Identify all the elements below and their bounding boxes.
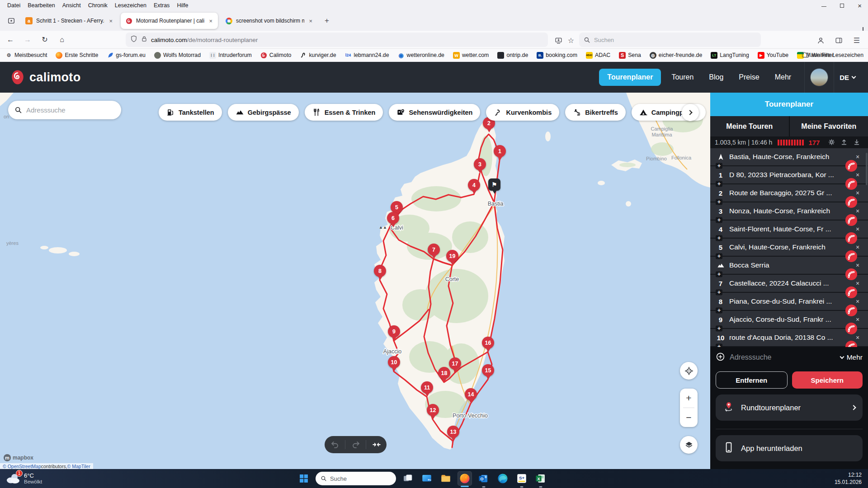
save-button[interactable]: Speichern bbox=[792, 371, 863, 389]
chips-scroll-right-button[interactable] bbox=[682, 104, 699, 121]
bookmark-ontrip-de[interactable]: ontrip.de bbox=[497, 52, 528, 59]
map-address-search[interactable] bbox=[8, 101, 121, 119]
chip-sights[interactable]: Sehenswürdigkeiten bbox=[389, 104, 480, 121]
taskbar-search-input[interactable] bbox=[330, 475, 384, 482]
tab-close-icon[interactable]: × bbox=[208, 18, 213, 24]
save-page-icon[interactable] bbox=[552, 34, 564, 46]
osm-link[interactable]: © OpenStreetMap bbox=[3, 464, 41, 469]
map-marker-14[interactable]: 14 bbox=[465, 388, 477, 400]
curvy-segment-badge[interactable] bbox=[845, 250, 857, 262]
minimize-button[interactable] bbox=[821, 4, 826, 7]
insert-waypoint-button[interactable]: + bbox=[716, 290, 722, 296]
menu-datei[interactable]: Datei bbox=[4, 0, 24, 11]
bookmark-booking-com[interactable]: B.booking.com bbox=[537, 52, 577, 59]
map-address-input[interactable] bbox=[26, 106, 108, 114]
remove-waypoint-icon[interactable]: × bbox=[852, 189, 863, 197]
curvy-segment-badge[interactable] bbox=[845, 232, 857, 244]
waypoint-row-10[interactable]: 10route d'Acqua Doria, 20138 Co ...× bbox=[710, 329, 868, 346]
insert-waypoint-button[interactable]: + bbox=[716, 326, 722, 332]
browser-tab-1[interactable]: aSchritt 1 - Strecken - AFerry.de× bbox=[21, 13, 118, 29]
bookmark-wetteronline-de[interactable]: ◉wetteronline.de bbox=[398, 52, 444, 59]
chip-food[interactable]: Essen & Trinken bbox=[305, 104, 383, 121]
curvy-segment-badge[interactable] bbox=[845, 214, 857, 226]
forward-button[interactable]: → bbox=[21, 33, 34, 47]
bookmark-erste-schritte[interactable]: Erste Schritte bbox=[56, 52, 98, 59]
menu-hamburger-icon[interactable]: ☰ bbox=[851, 34, 863, 46]
insert-waypoint-button[interactable]: + bbox=[716, 344, 722, 347]
map-marker-11[interactable]: 11 bbox=[421, 381, 433, 394]
map-marker-9[interactable]: 9 bbox=[388, 325, 400, 338]
remove-waypoint-icon[interactable]: × bbox=[852, 225, 863, 233]
menu-ansicht[interactable]: Ansicht bbox=[59, 0, 85, 11]
waypoint-row-9[interactable]: 9Ajaccio, Corse-du-Sud, Frankr ...× bbox=[710, 311, 868, 328]
waypoint-row-2[interactable]: 2Route de Barcaggio, 20275 Gr ...× bbox=[710, 184, 868, 202]
waypoint-row-8[interactable]: 8Piana, Corse-du-Sud, Frankrei ...× bbox=[710, 293, 868, 310]
curvy-segment-badge[interactable] bbox=[845, 305, 857, 316]
browser-tab-3[interactable]: screenshot vom bildschirm mac× bbox=[221, 13, 318, 29]
remove-button[interactable]: Entfernen bbox=[716, 371, 788, 389]
map-marker-1[interactable]: 1 bbox=[494, 145, 506, 157]
list-scrollbar[interactable] bbox=[866, 153, 868, 185]
taskbar-weather-widget[interactable]: 1 6°C Bewölkt bbox=[5, 471, 42, 485]
waypoint-row-bocca-serria[interactable]: Bocca Serria× bbox=[710, 257, 868, 274]
remove-waypoint-icon[interactable]: × bbox=[852, 207, 863, 215]
more-options-toggle[interactable]: Mehr bbox=[840, 353, 863, 361]
bookmark-eicher-freunde-de[interactable]: ◍eicher-freunde.de bbox=[650, 52, 702, 59]
browser-tab-2[interactable]: Motorrad Routenplaner | calimo× bbox=[121, 13, 218, 29]
route-settings-gear-icon[interactable] bbox=[828, 138, 836, 146]
taskbar-app-task-view[interactable] bbox=[401, 471, 415, 486]
bookmark-gs-forum-eu[interactable]: gs-forum.eu bbox=[107, 52, 146, 59]
map-marker-18[interactable]: 18 bbox=[438, 367, 450, 379]
zoom-in-button[interactable]: + bbox=[680, 389, 698, 408]
insert-waypoint-button[interactable]: + bbox=[716, 308, 722, 314]
taskbar-app-excel[interactable]: X bbox=[533, 471, 548, 486]
account-icon[interactable] bbox=[815, 34, 826, 46]
taskbar-app-starmoney[interactable]: S+ bbox=[514, 471, 529, 486]
bookmark-wolfs-motorrad[interactable]: Wolfs Motorrad bbox=[154, 52, 201, 59]
curvy-segment-badge[interactable] bbox=[845, 323, 857, 334]
map-layers-button[interactable] bbox=[680, 436, 698, 454]
start-button[interactable] bbox=[297, 471, 311, 486]
map-marker-16[interactable]: 16 bbox=[482, 337, 494, 349]
map-marker-7[interactable]: 7 bbox=[428, 244, 440, 256]
bookmark-lebmann24-de[interactable]: l24lebmann24.de bbox=[345, 52, 389, 59]
bookmark-youtube[interactable]: ▶YouTube bbox=[758, 52, 788, 59]
waypoint-row-7[interactable]: 7Castellacce, 20224 Calacucci ...× bbox=[710, 275, 868, 292]
bookmark-kurviger-de[interactable]: kurviger.de bbox=[300, 52, 336, 59]
taskbar-app-desktop[interactable] bbox=[420, 471, 434, 486]
taskbar-app-file-explorer[interactable] bbox=[439, 471, 453, 486]
taskbar-app-outlook[interactable]: O bbox=[476, 471, 491, 486]
bookmark-star-icon[interactable]: ☆ bbox=[565, 34, 577, 46]
new-tab-button[interactable]: + bbox=[321, 14, 333, 27]
map-marker-19[interactable]: 19 bbox=[446, 250, 458, 262]
tab-meine-touren[interactable]: Meine Touren bbox=[710, 116, 789, 136]
upload-icon[interactable] bbox=[840, 138, 849, 146]
home-button[interactable]: ⌂ bbox=[55, 33, 69, 47]
sidebar-toggle-icon[interactable] bbox=[833, 34, 844, 46]
firefox-view-icon[interactable] bbox=[5, 14, 18, 28]
map-marker-10[interactable]: 10 bbox=[388, 356, 400, 368]
insert-waypoint-button[interactable]: + bbox=[716, 272, 722, 277]
map-flag-marker[interactable]: ⚑ bbox=[488, 178, 500, 191]
curvy-segment-badge[interactable] bbox=[845, 341, 857, 347]
menu-bearbeiten[interactable]: Bearbeiten bbox=[24, 0, 58, 11]
sidebar-address-input[interactable] bbox=[730, 353, 836, 361]
map-marker-12[interactable]: 12 bbox=[427, 404, 439, 416]
download-app-card[interactable]: App herunterladen bbox=[716, 435, 863, 461]
site-nav-mehr[interactable]: Mehr bbox=[775, 73, 791, 81]
insert-waypoint-button[interactable]: + bbox=[716, 217, 722, 223]
map-marker-13[interactable]: 13 bbox=[447, 426, 459, 438]
site-nav-preise[interactable]: Preise bbox=[739, 73, 759, 81]
remove-waypoint-icon[interactable]: × bbox=[852, 262, 863, 269]
menu-extras[interactable]: Extras bbox=[150, 0, 173, 11]
tracking-shield-icon[interactable] bbox=[130, 35, 137, 44]
chip-mountains[interactable]: Gebirgspässe bbox=[228, 104, 299, 121]
undo-icon[interactable] bbox=[330, 440, 340, 450]
bookmark-wetter-com[interactable]: wwetter.com bbox=[453, 52, 489, 59]
remove-waypoint-icon[interactable]: × bbox=[852, 334, 863, 341]
avatar[interactable] bbox=[810, 68, 828, 86]
map-marker-17[interactable]: 17 bbox=[449, 357, 461, 370]
browser-search-input[interactable] bbox=[594, 37, 743, 43]
site-nav-blog[interactable]: Blog bbox=[709, 73, 723, 81]
chip-fuel[interactable]: Tankstellen bbox=[159, 104, 222, 121]
